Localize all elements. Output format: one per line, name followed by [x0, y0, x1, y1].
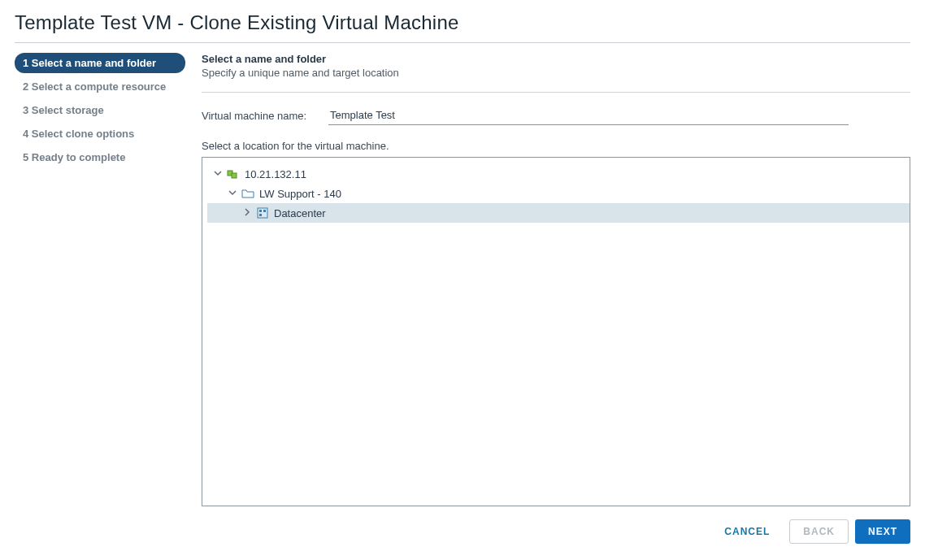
- svg-rect-5: [259, 214, 262, 216]
- tree-label: 10.21.132.11: [243, 168, 306, 180]
- step-ready-complete[interactable]: 5 Ready to complete: [15, 147, 185, 167]
- tree-node-datacenter[interactable]: Datacenter: [207, 203, 910, 223]
- svg-rect-4: [263, 210, 266, 212]
- step-name-folder[interactable]: 1 Select a name and folder: [15, 53, 185, 73]
- svg-rect-1: [232, 173, 237, 178]
- vcenter-icon: [227, 167, 240, 180]
- step-clone-options[interactable]: 4 Select clone options: [15, 124, 185, 144]
- wizard-footer: CANCEL BACK NEXT: [202, 506, 910, 544]
- next-button[interactable]: NEXT: [855, 519, 910, 544]
- location-tree[interactable]: 10.21.132.11 LW Support - 140 Datacenter: [202, 157, 910, 506]
- section-heading: Select a name and folder: [202, 53, 910, 65]
- svg-rect-3: [259, 210, 262, 212]
- chevron-down-icon[interactable]: [212, 169, 224, 179]
- page-title: Template Test VM - Clone Existing Virtua…: [15, 8, 910, 43]
- location-label: Select a location for the virtual machin…: [202, 140, 910, 152]
- folder-icon: [241, 187, 254, 200]
- vm-name-label: Virtual machine name:: [202, 110, 317, 122]
- chevron-down-icon[interactable]: [227, 189, 238, 198]
- section-subheading: Specify a unique name and target locatio…: [202, 67, 910, 79]
- back-button: BACK: [789, 519, 849, 544]
- wizard-steps: 1 Select a name and folder 2 Select a co…: [15, 53, 185, 544]
- chevron-right-icon[interactable]: [241, 208, 253, 218]
- divider: [202, 92, 910, 93]
- cancel-button[interactable]: CANCEL: [711, 519, 783, 544]
- tree-label: LW Support - 140: [258, 188, 341, 200]
- tree-label: Datacenter: [272, 207, 326, 219]
- tree-node-folder[interactable]: LW Support - 140: [207, 184, 910, 203]
- step-compute-resource[interactable]: 2 Select a compute resource: [15, 76, 185, 97]
- step-storage[interactable]: 3 Select storage: [15, 100, 185, 120]
- datacenter-icon: [256, 206, 269, 219]
- vm-name-input[interactable]: [328, 106, 849, 125]
- tree-node-vcenter[interactable]: 10.21.132.11: [207, 164, 910, 184]
- svg-rect-2: [258, 208, 267, 218]
